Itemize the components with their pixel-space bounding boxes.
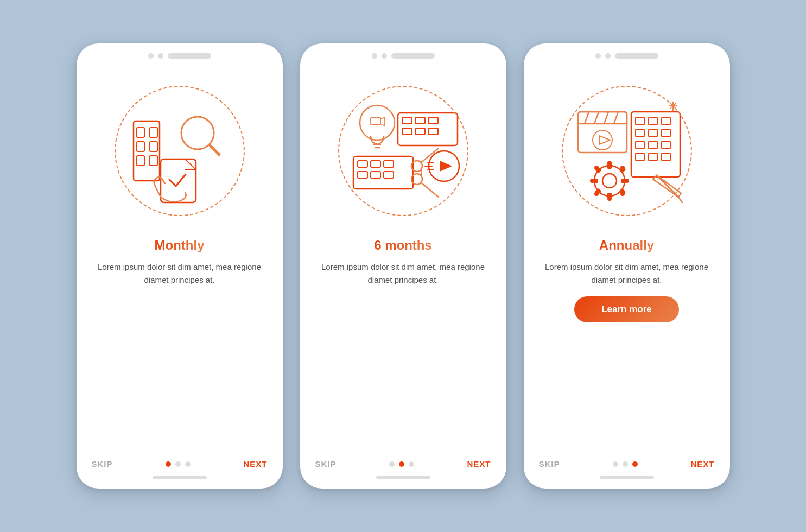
- dot-2-3: [409, 461, 414, 467]
- nav-row-1: SKIP NEXT: [92, 454, 268, 473]
- next-button-3[interactable]: NEXT: [690, 459, 714, 468]
- next-button-2[interactable]: NEXT: [467, 459, 491, 468]
- description-annually: Lorem ipsum dolor sit dim amet, mea regi…: [539, 261, 715, 287]
- dot-2-2: [399, 461, 404, 467]
- phone-annually: Annually Lorem ipsum dolor sit dim amet,…: [524, 43, 730, 489]
- dot-3-3: [632, 461, 638, 467]
- sensor-dot-2: [382, 53, 387, 59]
- speaker: [168, 53, 211, 59]
- dashed-circle-3: [562, 86, 692, 216]
- top-bar-1: [77, 43, 283, 64]
- title-monthly: Monthly: [155, 238, 205, 253]
- home-indicator-3: [600, 476, 654, 479]
- dot-1-3: [185, 461, 191, 467]
- bottom-sixmonths: SKIP NEXT: [300, 448, 506, 489]
- nav-row-3: SKIP NEXT: [539, 454, 715, 473]
- bottom-monthly: SKIP NEXT: [77, 448, 283, 489]
- dot-2-1: [389, 461, 395, 467]
- speaker-2: [391, 53, 435, 59]
- dot-3-1: [613, 461, 618, 467]
- next-button-1[interactable]: NEXT: [243, 459, 267, 468]
- illustration-annually: [539, 69, 715, 232]
- phone-content-3: Annually Lorem ipsum dolor sit dim amet,…: [524, 64, 730, 448]
- home-indicator-2: [376, 476, 430, 479]
- dots-2: [389, 461, 414, 467]
- description-monthly: Lorem ipsum dolor sit dim amet, mea regi…: [92, 261, 268, 287]
- illustration-sixmonths: [315, 69, 491, 232]
- nav-row-2: SKIP NEXT: [315, 454, 491, 473]
- dashed-circle-1: [115, 86, 245, 216]
- bottom-annually: SKIP NEXT: [524, 448, 730, 489]
- camera-dot-3: [595, 53, 601, 59]
- skip-button-3[interactable]: SKIP: [539, 459, 560, 468]
- dot-1-1: [166, 461, 171, 467]
- camera-dot-2: [372, 53, 377, 59]
- dot-3-2: [623, 461, 628, 467]
- dots-1: [166, 461, 191, 467]
- dots-3: [613, 461, 638, 467]
- title-sixmonths: 6 months: [374, 238, 432, 253]
- skip-button-2[interactable]: SKIP: [315, 459, 337, 468]
- title-annually: Annually: [599, 238, 654, 253]
- phone-content-1: Monthly Lorem ipsum dolor sit dim amet, …: [77, 64, 283, 448]
- top-bar-3: [524, 43, 730, 64]
- phone-sixmonths: 6 months Lorem ipsum dolor sit dim amet,…: [300, 43, 506, 489]
- speaker-3: [615, 53, 658, 59]
- sensor-dot: [158, 53, 163, 59]
- phone-monthly: Monthly Lorem ipsum dolor sit dim amet, …: [77, 43, 283, 489]
- dot-1-2: [175, 461, 181, 467]
- sensor-dot-3: [605, 53, 611, 59]
- camera-dot: [148, 53, 154, 59]
- home-indicator-1: [153, 476, 207, 479]
- learn-more-button[interactable]: Learn more: [574, 296, 679, 322]
- top-bar-2: [300, 43, 506, 64]
- description-sixmonths: Lorem ipsum dolor sit dim amet, mea regi…: [315, 261, 491, 287]
- illustration-monthly: [92, 69, 268, 232]
- phone-content-2: 6 months Lorem ipsum dolor sit dim amet,…: [300, 64, 506, 448]
- screens-container: Monthly Lorem ipsum dolor sit dim amet, …: [77, 43, 730, 489]
- skip-button-1[interactable]: SKIP: [92, 459, 113, 468]
- dashed-circle-2: [338, 86, 468, 216]
- svg-line-84: [678, 197, 682, 202]
